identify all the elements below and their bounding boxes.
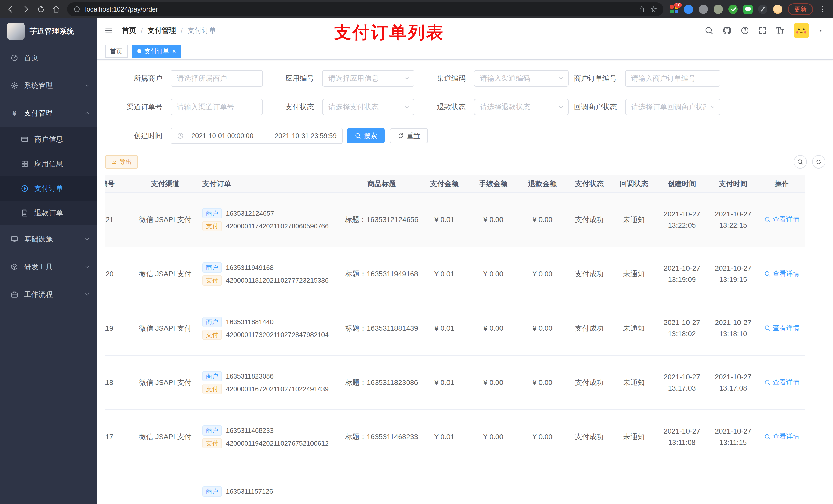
sidebar-item-home[interactable]: 首页 <box>0 44 97 72</box>
cell-create-time: 2021-10-2713:19:09 <box>656 247 708 301</box>
col-notify-status: 回调状态 <box>612 175 656 193</box>
sidebar-item-system[interactable]: 系统管理 <box>0 72 97 99</box>
cell-channel: 微信 JSAPI 支付 <box>133 301 197 356</box>
chevron-down-icon <box>84 264 90 270</box>
cell-channel: 微信 JSAPI 支付 <box>133 193 197 247</box>
home-button[interactable] <box>52 5 61 14</box>
view-detail-link[interactable]: 查看详情 <box>764 432 800 441</box>
logo-avatar <box>7 23 25 40</box>
sidebar-item-app-info[interactable]: 应用信息 <box>0 152 97 176</box>
extension-check-icon[interactable] <box>729 5 738 14</box>
question-icon <box>740 26 749 35</box>
pay-tag: 支付 <box>203 384 222 394</box>
app-select[interactable]: 请选择应用信息 <box>322 70 414 87</box>
col-title: 商品标题 <box>343 175 420 193</box>
cell-pay-time: 2021-10-2713:19:15 <box>708 247 759 301</box>
address-bar[interactable]: localhost:1024/pay/order <box>67 2 663 16</box>
cell-pay-time: 2021-10-2713:11:15 <box>708 410 759 464</box>
tab-close-icon[interactable]: × <box>172 48 176 54</box>
cell-refund: ¥ 0.00 <box>518 410 567 464</box>
refresh-table-button[interactable] <box>812 155 825 169</box>
tab-pay-order[interactable]: 支付订单 × <box>132 45 181 58</box>
table-row: 121 微信 JSAPI 支付 商户1635312124657 支付420000… <box>105 193 805 247</box>
clock-icon <box>177 132 184 139</box>
notify-status-select[interactable]: 请选择订单回调商户状态 <box>625 99 720 115</box>
merchant-tag: 商户 <box>203 371 222 381</box>
cell-notify-status: 未通知 <box>612 247 656 301</box>
cell-actions: 查看详情 <box>759 464 805 504</box>
extension-misc-icon[interactable] <box>714 5 723 14</box>
extension-drop-icon[interactable] <box>684 5 693 14</box>
gear-icon <box>10 81 19 90</box>
monitor-icon <box>10 235 19 243</box>
sidebar-item-devtools[interactable]: 研发工具 <box>0 253 97 281</box>
page-content: 所属商户 应用编号 请选择应用信息 渠道编码 请输入渠道编码 <box>97 60 833 504</box>
table-toolbar: 导出 <box>105 155 825 169</box>
cell-notify-status: 未通知 <box>612 193 656 247</box>
toggle-search-button[interactable] <box>793 155 807 169</box>
url-text: localhost:1024/pay/order <box>85 5 158 13</box>
cell-pay-status: 支付成功 <box>567 410 612 464</box>
avatar-dropdown[interactable] <box>818 27 824 33</box>
github-button[interactable] <box>722 26 732 35</box>
view-detail-link[interactable]: 查看详情 <box>764 215 800 224</box>
channel-code-select[interactable]: 请输入渠道编码 <box>474 70 569 87</box>
view-detail-link[interactable]: 查看详情 <box>764 378 800 387</box>
sidebar-item-payment[interactable]: ¥ 支付管理 <box>0 99 97 127</box>
search-button[interactable]: 搜索 <box>347 128 385 143</box>
cell-notify-status <box>612 464 656 504</box>
reload-button[interactable] <box>37 5 45 13</box>
orders-table: 编号 支付渠道 支付订单 商品标题 支付金额 手续金额 退款金额 支付状态 回调… <box>105 175 825 504</box>
breadcrumb-current: 支付订单 <box>188 26 216 35</box>
browser-profile-avatar[interactable] <box>773 5 782 14</box>
pay-tag: 支付 <box>203 275 222 286</box>
col-amount: 支付金额 <box>420 175 469 193</box>
pay-tag: 支付 <box>203 438 222 449</box>
sidebar-item-workflow[interactable]: 工作流程 <box>0 281 97 308</box>
help-button[interactable] <box>740 26 749 35</box>
user-avatar[interactable] <box>793 23 809 38</box>
font-size-button[interactable] <box>776 26 785 35</box>
fullscreen-button[interactable] <box>758 26 767 35</box>
chevron-down-icon <box>404 104 410 110</box>
sidebar-item-refund-order[interactable]: 退款订单 <box>0 201 97 225</box>
view-detail-link[interactable]: 查看详情 <box>764 269 800 278</box>
pay-status-select[interactable]: 请选择支付状态 <box>322 99 414 115</box>
create-time-range[interactable]: 2021-10-01 00:00:00 - 2021-10-31 23:59:5… <box>171 127 343 144</box>
update-button[interactable]: 更新 <box>788 3 813 15</box>
cell-actions: 查看详情 <box>759 410 805 464</box>
hamburger-icon[interactable] <box>104 26 113 35</box>
merchant-order-no-input[interactable] <box>625 70 720 87</box>
yen-icon: ¥ <box>10 109 19 118</box>
bookmark-star-icon[interactable] <box>650 6 657 13</box>
browser-menu-icon[interactable] <box>819 5 827 13</box>
back-button[interactable] <box>6 5 15 14</box>
forward-button[interactable] <box>22 5 30 14</box>
cell-actions: 查看详情 <box>759 301 805 356</box>
sidebar-item-pay-order[interactable]: 支付订单 <box>0 176 97 201</box>
export-button[interactable]: 导出 <box>105 155 138 169</box>
search-icon <box>705 26 714 35</box>
sidebar-item-infrastructure[interactable]: 基础设施 <box>0 225 97 253</box>
extension-globe-icon[interactable] <box>699 5 708 14</box>
logo[interactable]: 芋道管理系统 <box>0 19 97 44</box>
channel-order-no-input[interactable] <box>171 99 263 115</box>
extension-chat-icon[interactable] <box>743 5 753 14</box>
merchant-input[interactable] <box>171 70 263 87</box>
breadcrumb-home[interactable]: 首页 <box>122 26 136 35</box>
site-info-icon[interactable] <box>73 6 80 13</box>
tab-home[interactable]: 首页 <box>105 45 127 58</box>
sidebar-item-merchant-info[interactable]: 商户信息 <box>0 127 97 152</box>
github-icon <box>722 26 732 35</box>
extensions-icon[interactable]: 10 <box>670 5 678 13</box>
refund-status-select[interactable]: 请选择退款状态 <box>474 99 569 115</box>
tags-view-bar: 首页 支付订单 × <box>97 43 833 60</box>
view-detail-link[interactable]: 查看详情 <box>764 323 800 332</box>
header-search-button[interactable] <box>705 26 714 35</box>
share-icon[interactable] <box>638 6 645 13</box>
extension-pin-icon[interactable] <box>758 5 767 14</box>
reset-button[interactable]: 重置 <box>390 128 428 143</box>
breadcrumb-payment[interactable]: 支付管理 <box>147 26 176 35</box>
merchant-label: 所属商户 <box>105 73 171 83</box>
cell-pay-order: 商户1635311157126 <box>197 464 343 504</box>
